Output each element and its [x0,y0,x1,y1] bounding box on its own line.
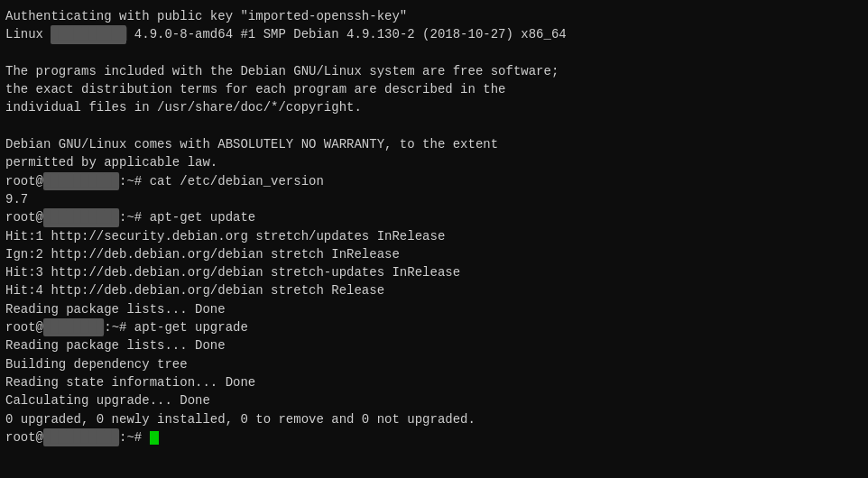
command-text: cat /etc/debian_version [150,174,324,188]
prompt-text: root@██████████:~# [5,174,150,188]
redacted-hostname: ████████ [43,318,104,336]
redacted-hostname: ██████████ [51,25,126,43]
terminal-line: 0 upgraded, 0 newly installed, 0 to remo… [5,410,863,428]
terminal-line: Calculating upgrade... Done [5,391,863,409]
terminal-line-blank [5,44,863,62]
terminal-prompt-line: root@██████████:~# apt-get update [5,208,863,226]
terminal-line: individual files in /usr/share/doc/*/cop… [5,98,863,116]
command-text: apt-get update [150,210,256,225]
terminal-line: the exact distribution terms for each pr… [5,80,863,98]
terminal-prompt-line: root@██████████:~# cat /etc/debian_versi… [5,172,863,190]
prompt-text: root@████████:~# [5,320,134,335]
terminal-last-prompt-line[interactable]: root@██████████:~# [5,428,863,446]
terminal-line: Hit:4 http://deb.debian.org/debian stret… [5,281,863,299]
terminal-line: permitted by applicable law. [5,153,863,171]
prompt-text: root@██████████:~# [5,430,150,445]
terminal-line: Hit:3 http://deb.debian.org/debian stret… [5,263,863,281]
terminal-line: Hit:1 http://security.debian.org stretch… [5,227,863,245]
terminal-line: Authenticating with public key "imported… [5,7,863,25]
prompt-text: root@██████████:~# [5,210,150,225]
terminal-cursor [150,431,159,445]
terminal: Authenticating with public key "imported… [5,7,863,471]
terminal-line: Reading package lists... Done [5,336,863,354]
terminal-line: Debian GNU/Linux comes with ABSOLUTELY N… [5,135,863,153]
redacted-hostname: ██████████ [43,208,119,226]
redacted-hostname: ██████████ [43,428,119,446]
terminal-line: Building dependency tree [5,355,863,373]
terminal-line: Ign:2 http://deb.debian.org/debian stret… [5,245,863,263]
redacted-hostname: ██████████ [43,172,119,190]
terminal-line: Reading state information... Done [5,373,863,391]
command-text: apt-get upgrade [134,320,248,335]
terminal-prompt-line: root@████████:~# apt-get upgrade [5,318,863,336]
terminal-line: The programs included with the Debian GN… [5,62,863,80]
terminal-line-blank [5,117,863,135]
terminal-line: Reading package lists... Done [5,300,863,318]
terminal-line: 9.7 [5,190,863,208]
terminal-line: Linux ██████████ 4.9.0-8-amd64 #1 SMP De… [5,25,863,43]
